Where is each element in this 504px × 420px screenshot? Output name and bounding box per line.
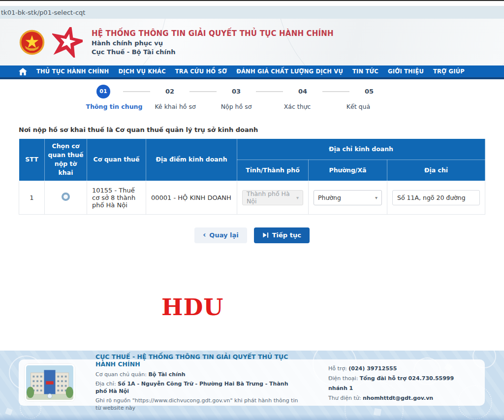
col-header-business-location: Địa điểm kinh doanh xyxy=(146,139,237,181)
step-2-label: Kê khai hồ sơ xyxy=(145,103,206,110)
header-decor-swirl xyxy=(0,19,167,65)
col-header-business-address-group: Địa chỉ kinh doanh xyxy=(237,139,485,160)
tax-office-table: STT Chọn cơ quan thuế nộp tờ khai Cơ qua… xyxy=(19,138,485,215)
footer-email: Thư điện tử: nhomhttdt@gdt.gov.vn xyxy=(328,395,481,402)
col-header-ward: Phường/Xã xyxy=(309,160,387,181)
step-1-circle: 01 xyxy=(96,85,110,98)
table-header: STT Chọn cơ quan thuế nộp tờ khai Cơ qua… xyxy=(19,139,485,181)
step-connector xyxy=(322,91,349,92)
footer-bottom-strip xyxy=(0,414,504,420)
footer-contact-block: Hỗ trợ: (024) 39712555 Điện thoại: Tổng … xyxy=(328,363,481,402)
cell-address xyxy=(387,181,485,214)
footer-title: CỤC THUẾ - HỆ THỐNG THÔNG TIN GIẢI QUYẾT… xyxy=(95,353,300,368)
action-buttons: ‹ Quay lại Tiếp tục xyxy=(0,227,504,243)
step-3-label: Nộp hồ sơ xyxy=(206,103,267,110)
ward-select-value: Phường xyxy=(318,194,341,201)
footer-phone-line2: nhánh 1 xyxy=(328,385,481,392)
stepper-track: 01 02 03 04 05 xyxy=(84,84,389,98)
nav-item-danh-gia-chat-luong[interactable]: ĐÁNH GIÁ CHẤT LƯỢNG DỊCH VỤ xyxy=(236,68,343,75)
chevron-down-icon: ▾ xyxy=(375,195,378,200)
tax-office-building-photo xyxy=(25,364,75,401)
footer-phone: Điện thoại: Tổng đài hỗ trợ 024.730.5599… xyxy=(328,375,481,383)
cell-business-location: 00001 - HỘ KINH DOANH xyxy=(146,181,237,214)
managing-label: Cơ quan chủ quản: xyxy=(95,371,147,378)
col-header-tax-office: Cơ quan thuế xyxy=(87,139,146,181)
header-decor-swirl xyxy=(276,19,504,65)
address-label: Địa chỉ: xyxy=(95,381,116,387)
url-path-text: tk01-bk-stk/p01-select-cqt xyxy=(1,9,85,16)
tax-office-radio[interactable] xyxy=(62,193,70,201)
site-footer: CỤC THUẾ - HỆ THỐNG THÔNG TIN GIẢI QUYẾT… xyxy=(0,351,504,420)
phone-value2: nhánh 1 xyxy=(328,385,353,391)
window-gap xyxy=(0,1,504,6)
step-2-marker[interactable]: 02 xyxy=(150,84,189,98)
step-4-number: 04 xyxy=(298,84,307,98)
cell-province: Thành phố Hà Nội ▾ xyxy=(237,181,309,214)
chevron-down-icon: ▾ xyxy=(296,195,299,200)
step-3-number: 03 xyxy=(232,84,241,98)
support-value: (024) 39712555 xyxy=(348,365,397,372)
email-label: Thư điện tử: xyxy=(328,395,361,401)
address-value: Số 1A - Nguyễn Công Trữ - Phường Hai Bà … xyxy=(95,381,288,394)
step-5-number: 05 xyxy=(365,84,374,98)
nav-item-gioi-thieu[interactable]: GIỚI THIỆU xyxy=(388,68,424,75)
nav-item-tin-tuc[interactable]: TIN TỨC xyxy=(352,68,378,75)
step-4-label: Xác thực xyxy=(267,103,328,110)
col-header-stt: STT xyxy=(19,139,45,181)
col-header-select-office: Chọn cơ quan thuế nộp tờ khai xyxy=(45,139,87,181)
ward-select[interactable]: Phường ▾ xyxy=(314,190,382,205)
cell-select-office xyxy=(45,181,87,214)
home-icon xyxy=(19,68,27,75)
main-navbar: THỦ TỤC HÀNH CHÍNH DỊCH VỤ KHÁC TRA CỨU … xyxy=(0,65,504,79)
phone-label: Điện thoại: xyxy=(328,375,358,382)
step-3-marker[interactable]: 03 xyxy=(217,84,256,98)
nav-item-tra-cuu-ho-so[interactable]: TRA CỨU HỒ SƠ xyxy=(175,68,227,75)
province-select[interactable]: Thành phố Hà Nội ▾ xyxy=(242,190,303,205)
footer-managing-agency: Cơ quan chủ quản: Bộ Tài chính xyxy=(95,371,300,379)
continue-button-label: Tiếp tục xyxy=(272,231,301,239)
next-icon xyxy=(262,232,269,238)
continue-button[interactable]: Tiếp tục xyxy=(254,227,310,243)
step-connector xyxy=(256,91,283,92)
support-label: Hỗ trợ: xyxy=(328,365,347,372)
nav-item-tro-giup[interactable]: TRỢ GIÚP xyxy=(433,68,465,75)
nav-item-thu-tuc-hanh-chinh[interactable]: THỦ TỤC HÀNH CHÍNH xyxy=(36,68,109,75)
back-button[interactable]: ‹ Quay lại xyxy=(194,227,247,243)
cell-tax-office: 10155 - Thuế cơ sở 8 thành phố Hà Nội xyxy=(87,181,146,214)
step-connector xyxy=(123,91,150,92)
col-header-address: Địa chỉ xyxy=(387,160,485,181)
step-4-marker[interactable]: 04 xyxy=(283,84,322,98)
back-button-label: Quay lại xyxy=(209,231,238,239)
step-5-label: Kết quả xyxy=(328,103,389,110)
footer-source-note: Ghi rõ nguồn "https://www.dichvucong.gdt… xyxy=(95,397,300,412)
url-bar[interactable]: tk01-bk-stk/p01-select-cqt xyxy=(0,6,504,19)
step-1-label: Thông tin chung xyxy=(84,103,145,110)
managing-value: Bộ Tài chính xyxy=(148,371,185,378)
cell-ward: Phường ▾ xyxy=(309,181,387,214)
province-select-value: Thành phố Hà Nội xyxy=(247,190,293,205)
footer-address: Địa chỉ: Số 1A - Nguyễn Công Trữ - Phườn… xyxy=(95,381,300,395)
step-2-number: 02 xyxy=(165,84,174,98)
nav-item-dich-vu-khac[interactable]: DỊCH VỤ KHÁC xyxy=(118,68,165,75)
progress-stepper: 01 02 03 04 05 Thông tin chung Kê khai h… xyxy=(84,84,389,110)
email-value[interactable]: nhomhttdt@gdt.gov.vn xyxy=(363,395,433,401)
step-connector xyxy=(189,91,217,92)
stepper-labels: Thông tin chung Kê khai hồ sơ Nộp hồ sơ … xyxy=(84,103,389,110)
site-header: HỆ THỐNG THÔNG TIN GIẢI QUYẾT THỦ TỤC HÀ… xyxy=(0,19,504,65)
address-input[interactable] xyxy=(392,190,480,205)
footer-info-block: CỤC THUẾ - HỆ THỐNG THÔNG TIN GIẢI QUYẾT… xyxy=(95,353,300,412)
table-row: 1 10155 - Thuế cơ sở 8 thành phố Hà Nội … xyxy=(19,181,485,214)
table-caption: Nơi nộp hồ sơ khai thuế là Cơ quan thuế … xyxy=(19,126,504,133)
footer-card: CỤC THUẾ - HỆ THỐNG THÔNG TIN GIẢI QUYẾT… xyxy=(19,359,485,406)
footer-support: Hỗ trợ: (024) 39712555 xyxy=(328,365,481,373)
chevron-left-icon: ‹ xyxy=(203,231,206,239)
step-1-marker[interactable]: 01 xyxy=(84,85,123,98)
nav-home-button[interactable] xyxy=(19,68,27,75)
col-header-province: Tỉnh/Thành phố xyxy=(237,160,309,181)
cell-stt: 1 xyxy=(19,181,45,214)
hdu-watermark: HDU xyxy=(161,294,223,321)
phone-value: Tổng đài hỗ trợ 024.730.55999 xyxy=(360,375,454,382)
step-5-marker[interactable]: 05 xyxy=(349,84,389,98)
